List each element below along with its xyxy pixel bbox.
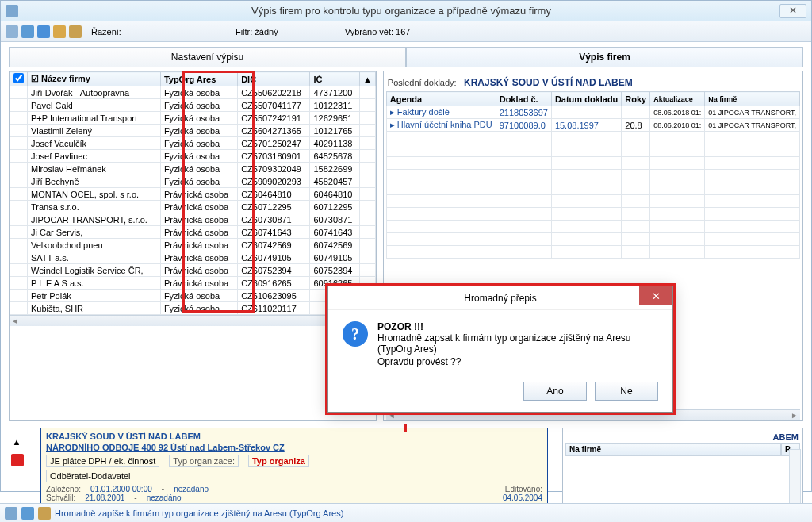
row-dic: CZ60752394 <box>238 264 310 277</box>
dialog-no-button[interactable]: Ne <box>595 382 658 401</box>
delete-icon[interactable] <box>11 454 24 466</box>
row-dic: CZ60749105 <box>238 251 310 264</box>
lg-header-3[interactable]: DIČ <box>238 72 310 86</box>
table-row[interactable]: Velkoobchod pneuPrávnická osobaCZ6074256… <box>10 239 376 251</box>
window-close-button[interactable]: ✕ <box>779 4 806 18</box>
edited-label: Editováno: <box>505 485 542 493</box>
lg-header-4[interactable]: IČ <box>310 72 359 86</box>
table-row[interactable]: Ji Car Servis,Právnická osobaCZ607416436… <box>10 226 376 239</box>
row-ic: 10121765 <box>310 125 359 137</box>
question-icon: ? <box>343 321 368 347</box>
row-dic: CZ610623095 <box>238 290 310 302</box>
table-row[interactable]: SATT a.s.Právnická osobaCZ60749105607491… <box>10 251 376 264</box>
status-icon-3[interactable] <box>38 507 51 520</box>
dialog-title: Hromadný přepis ✕ <box>328 286 672 310</box>
row-name: Weindel Logistik Service ČR, <box>28 264 161 277</box>
table-row[interactable]: Jiří Dvořák - AutoopravnaFyzická osobaCZ… <box>10 86 376 99</box>
row-ic: 40291138 <box>310 137 359 150</box>
rg-header-4[interactable]: Aktualizace <box>650 92 705 106</box>
rg-doklad: 97100089.0 <box>496 119 551 132</box>
table-row <box>386 208 799 221</box>
table-row[interactable]: Pavel CaklFyzická osobaCZ550704117710122… <box>10 99 376 112</box>
odberatel-link[interactable]: Odběratel-Dodavatel <box>46 470 542 482</box>
row-checkbox[interactable] <box>10 226 28 239</box>
connector-line <box>404 424 407 432</box>
row-scroll <box>359 175 375 188</box>
row-typorg: Fyzická osoba <box>160 175 237 188</box>
table-row[interactable]: Weindel Logistik Service ČR,Právnická os… <box>10 264 376 277</box>
table-row[interactable]: JIPOCAR TRANSPORT, s.r.o.Právnická osoba… <box>10 213 376 226</box>
row-checkbox[interactable] <box>10 264 28 277</box>
detail-up-arrow[interactable]: ▲ <box>11 436 22 447</box>
table-row[interactable]: Vlastimil ZelenýFyzická osobaCZ560427136… <box>10 125 376 137</box>
row-checkbox[interactable] <box>10 125 28 137</box>
table-row[interactable]: ▸ Hlavní účetní kniha PDU97100089.015.08… <box>386 119 799 132</box>
status-help-icon[interactable] <box>21 507 34 520</box>
row-checkbox[interactable] <box>10 290 28 302</box>
rg-header-0[interactable]: Agenda <box>386 92 496 106</box>
tab-companies[interactable]: Výpis firem <box>406 47 803 67</box>
row-dic: CZ60464810 <box>238 188 310 201</box>
table-row[interactable]: P+P International TransportFyzická osoba… <box>10 112 376 125</box>
lg-header-2[interactable]: TypOrg Ares <box>160 72 237 86</box>
detail-court: KRAJSKÝ SOUD V ÚSTÍ NAD LABEM <box>46 432 542 441</box>
table-row[interactable]: Petr PolákFyzická osobaCZ610623095 <box>10 290 376 302</box>
row-checkbox[interactable] <box>10 86 28 99</box>
table-row[interactable]: Transa s.r.o.Právnická osobaCZ6071229560… <box>10 201 376 213</box>
row-checkbox[interactable] <box>10 188 28 201</box>
row-checkbox[interactable] <box>10 112 28 125</box>
rg-header-2[interactable]: Datum dokladu <box>551 92 621 106</box>
dialog-yes-button[interactable]: Ano <box>523 382 587 401</box>
table-row[interactable]: Josef VaculčíkFyzická osobaCZ57012502474… <box>10 137 376 150</box>
main-window: Výpis firem pro kontrolu typu organizace… <box>0 0 812 492</box>
rg-header-1[interactable]: Doklad č. <box>496 92 551 106</box>
status-icon-1[interactable] <box>5 507 17 520</box>
row-checkbox[interactable] <box>10 137 28 150</box>
row-checkbox[interactable] <box>10 213 28 226</box>
row-typorg: Právnická osoba <box>160 264 237 277</box>
help-icon[interactable] <box>21 25 34 38</box>
row-checkbox[interactable] <box>10 150 28 163</box>
row-scroll <box>359 213 375 226</box>
row-scroll <box>359 125 375 137</box>
lg-header-0[interactable] <box>10 72 28 86</box>
row-name: Velkoobchod pneu <box>28 239 161 251</box>
founded-label: Založeno: <box>46 485 81 493</box>
app-icon[interactable] <box>6 25 18 38</box>
row-checkbox[interactable] <box>10 201 28 213</box>
globe-icon[interactable] <box>37 25 50 38</box>
table-row[interactable]: ▸ Faktury došlé211805369708.06.2018 01:0… <box>386 106 799 119</box>
scroll-up-icon[interactable]: ▲ <box>359 72 375 86</box>
table-row[interactable]: Jiří BechyněFyzická osobaCZ5909020293458… <box>10 175 376 188</box>
dialog-title-text: Hromadný přepis <box>464 293 536 304</box>
dialog-close-button[interactable]: ✕ <box>639 286 672 305</box>
row-checkbox[interactable] <box>10 277 28 290</box>
hscroll[interactable]: ◄► <box>10 315 376 326</box>
rg-header-3[interactable]: Roky <box>622 92 650 106</box>
row-checkbox[interactable] <box>10 175 28 188</box>
row-checkbox[interactable] <box>10 251 28 264</box>
row-checkbox[interactable] <box>10 239 28 251</box>
table-row[interactable]: Kubišta, SHRFyzická osobaCZ611020117 <box>10 302 376 315</box>
typorg-value: Typ organiza <box>248 455 309 467</box>
row-typorg: Právnická osoba <box>160 213 237 226</box>
row-ic: 60464810 <box>310 188 359 201</box>
edit-icon[interactable] <box>53 25 66 38</box>
table-row[interactable]: MONTAN OCEL, spol. s r.o.Právnická osoba… <box>10 188 376 201</box>
row-typorg: Fyzická osoba <box>160 86 237 99</box>
lg-header-1[interactable]: ☑ Název firmy <box>28 72 161 86</box>
table-row[interactable]: Josef PavlinecFyzická osobaCZ57031809016… <box>10 150 376 163</box>
row-scroll <box>359 163 375 175</box>
row-typorg: Právnická osoba <box>160 201 237 213</box>
tab-settings[interactable]: Nastavení výpisu <box>9 47 406 67</box>
row-typorg: Právnická osoba <box>160 188 237 201</box>
table-row[interactable]: Miroslav HeřmánekFyzická osobaCZ57093020… <box>10 163 376 175</box>
select-all-checkbox[interactable] <box>13 73 24 83</box>
row-checkbox[interactable] <box>10 99 28 112</box>
rg-header-5[interactable]: Na firmě <box>705 92 800 106</box>
row-checkbox[interactable] <box>10 302 28 315</box>
row-checkbox[interactable] <box>10 163 28 175</box>
refresh-icon[interactable] <box>69 25 82 38</box>
row-typorg: Právnická osoba <box>160 239 237 251</box>
table-row[interactable]: P L E A S a.s.Právnická osobaCZ609162656… <box>10 277 376 290</box>
